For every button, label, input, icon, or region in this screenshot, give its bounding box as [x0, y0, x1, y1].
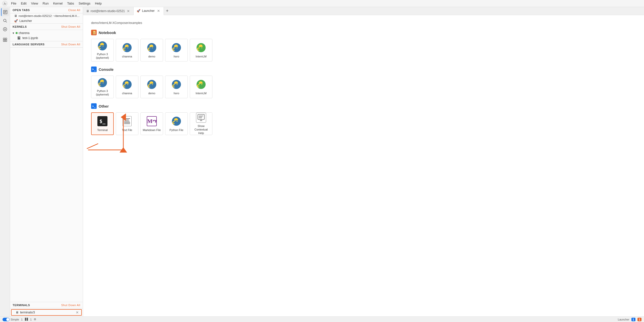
tab-terminal-close[interactable]: ✕: [126, 9, 130, 14]
svg-rect-17: [3, 40, 5, 42]
status-right: Launcher 1 1: [618, 318, 641, 321]
svg-point-41: [150, 82, 151, 83]
menu-tabs[interactable]: Tabs: [65, 1, 76, 6]
svg-point-20: [101, 44, 102, 44]
other-tile-textfile[interactable]: Text File: [116, 112, 138, 135]
kernel-notebook-label: test-1.ipynb: [22, 36, 38, 40]
search-icon-btn[interactable]: [1, 17, 9, 25]
python-console-icon-0: [97, 78, 108, 88]
menu-help[interactable]: Help: [93, 1, 104, 6]
svg-point-44: [175, 82, 176, 83]
svg-point-33: [202, 49, 203, 50]
notebook-tile-label-3: horo: [174, 55, 179, 58]
other-tile-label-4: Show ContextualHelp: [192, 124, 210, 135]
icon-bar: [0, 7, 10, 316]
kernel-notebook-item[interactable]: 📓 test-1.ipynb: [10, 36, 83, 41]
notebook-tile-charena[interactable]: charena: [116, 39, 138, 61]
other-tile-markdown[interactable]: M Markdown File: [140, 112, 163, 135]
language-servers-label: LANGUAGE SERVERS: [13, 43, 45, 46]
svg-point-51: [175, 119, 176, 120]
kernel-charena-header[interactable]: ▼ charena: [10, 30, 83, 36]
other-tile-help[interactable]: Show ContextualHelp: [190, 112, 212, 135]
terminals-shut-down-button[interactable]: Shut Down All: [61, 304, 80, 307]
content-area: 🖥 root@intern-studio-02521 ✕ 🚀 Launcher …: [83, 7, 644, 316]
other-tile-label-3: Python File: [169, 128, 183, 132]
svg-point-29: [175, 45, 176, 46]
console-tile-label-1: charena: [122, 91, 132, 95]
console-section-label: Console: [99, 67, 113, 72]
console-tile-label-2: demo: [148, 91, 155, 95]
python-notebook-icon-4: [196, 42, 207, 53]
launcher-status-label: Launcher: [618, 318, 629, 321]
kernel-charena-label: charena: [19, 31, 29, 35]
mode-toggle[interactable]: Simple: [3, 318, 19, 321]
open-tab-terminal[interactable]: 🖥 root@intern-studio-025212: ~/demo/Inte…: [10, 13, 83, 18]
menu-settings[interactable]: Settings: [77, 1, 92, 6]
svg-point-39: [128, 86, 129, 86]
console-tile-internlm[interactable]: InternLM: [190, 76, 212, 98]
notebook-tile-python3[interactable]: Python 3(ipykernel): [91, 39, 114, 61]
terminal-other-icon: $_: [97, 116, 108, 127]
extensions-icon-btn[interactable]: [1, 36, 9, 44]
close-all-button[interactable]: Close All: [68, 9, 80, 12]
textfile-line-3: [124, 121, 130, 121]
help-icon-box: [196, 113, 206, 123]
files-icon-btn[interactable]: [1, 8, 9, 16]
kernel-charena-group: ▼ charena 📓 test-1.ipynb: [10, 30, 83, 41]
other-tile-terminal[interactable]: $_ Terminal: [91, 112, 114, 135]
menu-file[interactable]: File: [9, 1, 18, 6]
status-gear-icon: ⚙: [34, 318, 36, 321]
tab-launcher-label: Launcher: [142, 9, 155, 13]
kernel-expand-icon: ▼: [12, 32, 15, 35]
notebook-tile-horo[interactable]: horo: [165, 39, 188, 61]
python-console-icon-1: [122, 79, 133, 90]
markdown-m-letter: M: [147, 118, 153, 124]
terminal-close-icon[interactable]: ✕: [76, 310, 79, 314]
notebook-tile-internlm[interactable]: InternLM: [190, 39, 212, 61]
menu-view[interactable]: View: [29, 1, 40, 6]
python-console-icon-4: [196, 79, 207, 90]
console-tile-python3[interactable]: Python 3(ipykernel): [91, 76, 114, 98]
status-col: 1: [30, 318, 32, 321]
svg-point-32: [200, 45, 201, 46]
console-tile-horo[interactable]: horo: [165, 76, 188, 98]
open-tab-launcher-label: Launcher: [19, 19, 32, 23]
svg-point-30: [177, 49, 178, 50]
kernels-header: KERNELS Shut Down All: [10, 24, 83, 30]
tab-add-button[interactable]: +: [164, 7, 171, 15]
simple-mode-toggle[interactable]: [3, 318, 10, 321]
svg-point-11: [4, 19, 6, 22]
menu-kernel[interactable]: Kernel: [51, 1, 65, 6]
tab-terminal-label: root@intern-studio-02521: [91, 9, 125, 13]
terminal-item[interactable]: 🖥 terminals/3 ✕: [11, 309, 82, 316]
svg-line-12: [6, 21, 7, 22]
kernel-status-dot: [16, 32, 18, 34]
tab-bar: 🖥 root@intern-studio-02521 ✕ 🚀 Launcher …: [83, 7, 644, 15]
kernels-section: KERNELS Shut Down All ▼ charena 📓 test-1…: [10, 24, 83, 41]
notebook-section-icon: 📔: [91, 30, 97, 35]
other-section-label: Other: [99, 104, 109, 108]
console-tile-charena[interactable]: charena: [116, 76, 138, 98]
notebook-icon-symbol: 📔: [92, 30, 96, 35]
console-tile-demo[interactable]: demo: [140, 76, 163, 98]
tab-launcher[interactable]: 🚀 Launcher ✕: [134, 7, 164, 15]
open-tab-launcher[interactable]: 🚀 Launcher: [10, 18, 83, 23]
notebook-icon: 📓: [17, 36, 21, 40]
python-notebook-icon-1: [122, 42, 133, 53]
terminals-header: TERMINALS Shut Down All: [10, 302, 83, 308]
kernels-shut-down-button[interactable]: Shut Down All: [61, 25, 80, 28]
tab-launcher-close[interactable]: ✕: [157, 8, 161, 13]
tab-terminal[interactable]: 🖥 root@intern-studio-02521 ✕: [83, 7, 134, 15]
other-tile-label-1: Text File: [122, 128, 132, 132]
other-tile-python[interactable]: Python File: [165, 112, 188, 135]
menu-run[interactable]: Run: [41, 1, 51, 6]
python-notebook-icon-0: [97, 41, 108, 51]
notebook-section-label: Notebook: [99, 30, 116, 35]
mode-label: Simple: [11, 318, 19, 321]
svg-point-23: [126, 45, 127, 46]
running-icon-btn[interactable]: [1, 25, 9, 33]
status-line: 1: [21, 318, 23, 321]
menu-edit[interactable]: Edit: [19, 1, 28, 6]
language-servers-shut-down[interactable]: Shut Down All: [61, 43, 80, 46]
notebook-tile-demo[interactable]: demo: [140, 39, 163, 61]
